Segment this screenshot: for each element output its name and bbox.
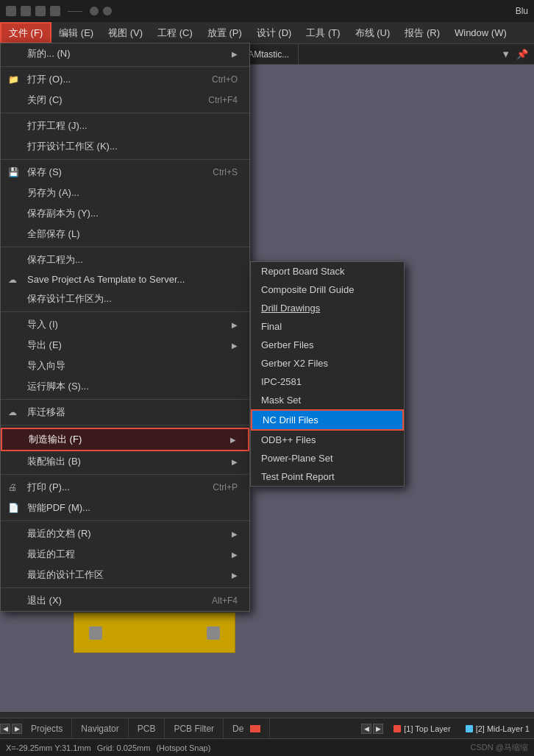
nav-right-btn2[interactable]: ▶ <box>373 724 383 734</box>
menu-recent-workspaces[interactable]: 最近的设计工作区 ▶ <box>1 565 249 585</box>
pad-left <box>89 626 102 640</box>
menu-new[interactable]: 新的... (N) ▶ <box>1 43 249 64</box>
nav-right-btn[interactable]: ▶ <box>12 724 22 734</box>
sep3 <box>1 159 249 160</box>
nav-arrows-left: ◀ ▶ <box>0 718 22 738</box>
pcb-yellow-component <box>74 612 235 653</box>
arrow-recent-ws: ▶ <box>232 571 238 579</box>
menu-recent-projects[interactable]: 最近的工程 ▶ <box>1 544 249 565</box>
menu-report[interactable]: 报告 (R) <box>397 22 447 43</box>
menu-run-script[interactable]: 运行脚本 (S)... <box>1 376 249 397</box>
menu-save-workspace-as[interactable]: 保存设计工作区为... <box>1 289 249 309</box>
bottom-right-info: ◀ ▶ [1] Top Layer [2] Mid-Layer 1 <box>361 718 534 738</box>
menu-bar: 文件 (F) 编辑 (E) 视图 (V) 工程 (C) 放置 (P) 设计 (D… <box>0 22 534 44</box>
menu-open[interactable]: 📁 打开 (O)... Ctrl+O <box>1 69 249 90</box>
menu-edit[interactable]: 编辑 (E) <box>51 22 101 43</box>
menu-save-copy[interactable]: 保存副本为 (Y)... <box>1 203 249 224</box>
layer-top[interactable]: [1] Top Layer <box>389 724 455 734</box>
submenu-drill-drawings[interactable]: Drill Drawings <box>251 299 404 317</box>
filter-icon[interactable]: ▼ <box>501 49 510 60</box>
print-icon: 🖨 <box>8 482 17 492</box>
coordinates: X=-29.25mm Y:31.1mm <box>6 743 91 752</box>
grid-info: Grid: 0.025mm <box>97 743 151 752</box>
submenu-mask-set[interactable]: Mask Set <box>251 391 404 409</box>
tab-filter-area: ▼ 📌 <box>495 44 534 64</box>
snap-info: (Hotspot Snap) <box>156 743 210 752</box>
save-icon: 💾 <box>8 167 19 177</box>
submenu-final[interactable]: Final <box>251 317 404 336</box>
mid-layer-dot <box>466 725 473 732</box>
sep6 <box>1 399 249 400</box>
menu-save-template-server[interactable]: ☁ Save Project As Template to Server... <box>1 270 249 289</box>
menu-print[interactable]: 🖨 打印 (P)... Ctrl+P <box>1 477 249 498</box>
sep2 <box>1 113 249 113</box>
menu-smart-pdf[interactable]: 📄 智能PDF (M)... <box>1 498 249 518</box>
menu-manufacture-output[interactable]: 制造输出 (F) ▶ <box>1 428 249 451</box>
arrow-import: ▶ <box>232 321 238 329</box>
bottom-tab-projects[interactable]: Projects <box>22 718 72 738</box>
submenu-test-point-report[interactable]: Test Point Report <box>251 467 404 486</box>
ls-indicator <box>250 725 260 732</box>
arrow-recent-proj: ▶ <box>232 551 238 559</box>
nav-arrows-right: ◀ ▶ <box>361 724 383 734</box>
nav-left-btn2[interactable]: ◀ <box>361 724 371 734</box>
open-icon: 📁 <box>8 74 19 85</box>
sep10 <box>1 587 249 588</box>
menu-save-all[interactable]: 全部保存 (L) <box>1 224 249 244</box>
menu-import[interactable]: 导入 (I) ▶ <box>1 314 249 335</box>
submenu-power-plane-set[interactable]: Power-Plane Set <box>251 449 404 467</box>
menu-save[interactable]: 💾 保存 (S) Ctrl+S <box>1 162 249 183</box>
menu-tools[interactable]: 工具 (T) <box>299 22 347 43</box>
submenu-report-board-stack[interactable]: Report Board Stack <box>251 262 404 280</box>
menu-assembly-output[interactable]: 装配输出 (B) ▶ <box>1 451 249 472</box>
bottom-tab-de[interactable]: De <box>224 718 270 738</box>
bottom-tab-pcb[interactable]: PCB <box>129 718 165 738</box>
menu-close[interactable]: 关闭 (C) Ctrl+F4 <box>1 90 249 110</box>
cloud-save-icon: ☁ <box>8 275 17 285</box>
layer-mid[interactable]: [2] Mid-Layer 1 <box>461 724 534 734</box>
submenu-odb-files[interactable]: ODB++ Files <box>251 431 404 449</box>
arrow-assembly: ▶ <box>232 458 238 466</box>
menu-library-migration[interactable]: ☁ 库迁移器 <box>1 402 249 423</box>
submenu-nc-drill-files[interactable]: NC Drill Files <box>251 409 404 431</box>
bottom-tab-pcb-filter[interactable]: PCB Filter <box>165 718 224 738</box>
title-bar: Blu <box>0 0 534 22</box>
menu-export[interactable]: 导出 (E) ▶ <box>1 335 249 356</box>
sep7 <box>1 425 249 425</box>
sep9 <box>1 520 249 521</box>
menu-save-as[interactable]: 另存为 (A)... <box>1 183 249 203</box>
menu-design[interactable]: 设计 (D) <box>249 22 299 43</box>
submenu-composite-drill-guide[interactable]: Composite Drill Guide <box>251 280 404 299</box>
menu-recent-docs[interactable]: 最近的文档 (R) ▶ <box>1 523 249 544</box>
menu-window[interactable]: Window (W) <box>447 22 514 43</box>
file-dropdown: 新的... (N) ▶ 📁 打开 (O)... Ctrl+O 关闭 (C) Ct… <box>0 43 250 612</box>
menu-open-project[interactable]: 打开工程 (J)... <box>1 116 249 136</box>
submenu-gerber-files[interactable]: Gerber Files <box>251 336 404 354</box>
bottom-tab-navigator[interactable]: Navigator <box>72 718 128 738</box>
title-icons <box>6 6 112 16</box>
submenu-ipc-2581[interactable]: IPC-2581 <box>251 372 404 391</box>
menu-view[interactable]: 视图 (V) <box>101 22 150 43</box>
menu-route[interactable]: 布线 (U) <box>348 22 398 43</box>
pad-right <box>207 626 220 640</box>
watermark: CSDN @马缩缩 <box>471 742 528 753</box>
menu-file[interactable]: 文件 (F) <box>0 22 51 43</box>
menu-save-project-as[interactable]: 保存工程为... <box>1 250 249 270</box>
top-layer-dot <box>394 725 401 732</box>
tab-pin-icon[interactable]: 📌 <box>516 49 528 60</box>
menu-place[interactable]: 放置 (P) <box>200 22 249 43</box>
sep4 <box>1 247 249 247</box>
pdf-icon: 📄 <box>8 503 19 513</box>
menu-exit[interactable]: 退出 (X) Alt+F4 <box>1 590 249 611</box>
bottom-tabs-panel: ◀ ▶ Projects Navigator PCB PCB Filter De… <box>0 718 534 738</box>
menu-import-wizard[interactable]: 导入向导 <box>1 356 249 376</box>
lib-icon: ☁ <box>8 407 17 417</box>
menu-open-workspace[interactable]: 打开设计工作区 (K)... <box>1 136 249 157</box>
arrow-new: ▶ <box>232 50 238 58</box>
nav-left-btn[interactable]: ◀ <box>0 724 10 734</box>
sep5 <box>1 311 249 312</box>
arrow-manufacture: ▶ <box>230 436 236 444</box>
submenu-gerber-x2-files[interactable]: Gerber X2 Files <box>251 354 404 372</box>
menu-project[interactable]: 工程 (C) <box>150 22 200 43</box>
sep1 <box>1 66 249 67</box>
